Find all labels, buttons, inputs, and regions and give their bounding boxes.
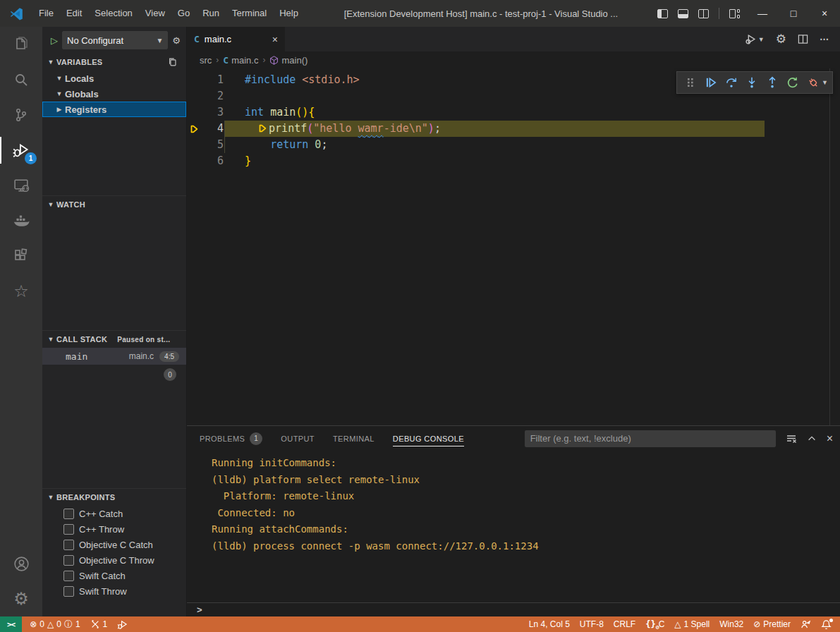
menu-run[interactable]: Run — [196, 0, 226, 27]
variables-header[interactable]: ▼ VARIABLES — [42, 54, 186, 71]
breakpoints-header[interactable]: ▼ BREAKPOINTS — [42, 489, 186, 506]
code-line-6[interactable]: 6} — [187, 153, 840, 169]
status-bar: >< ⊗ 0 △ 0 ⓘ 1 1 Ln 4, Col 5 UTF-8 CRLF … — [0, 616, 840, 632]
warning-icon: △ — [674, 620, 681, 628]
tab-main-c[interactable]: C main.c × — [187, 27, 286, 51]
toolbar-drag-handle[interactable] — [681, 73, 699, 92]
editor-scrollbar[interactable] — [829, 68, 830, 425]
code-editor[interactable]: ▼ 1#include <stdio.h>23int main(){4 prin… — [187, 68, 840, 425]
feedback-status[interactable] — [796, 616, 816, 632]
menu-file[interactable]: File — [32, 0, 60, 27]
breakpoint-row[interactable]: Objective C Catch — [42, 537, 186, 552]
menu-help[interactable]: Help — [273, 0, 305, 27]
settings-gear-icon[interactable]: ⚙ — [0, 581, 42, 616]
variables-scope-locals[interactable]: ▼Locals — [42, 71, 186, 86]
minimize-button[interactable]: — — [747, 0, 778, 27]
source-control-icon[interactable] — [0, 97, 42, 133]
panel-tab-output[interactable]: OUTPUT — [281, 426, 315, 451]
customize-layout-icon[interactable] — [729, 9, 740, 18]
menu-selection[interactable]: Selection — [88, 0, 138, 27]
remote-indicator[interactable]: >< — [0, 616, 22, 632]
breakpoint-checkbox[interactable] — [63, 509, 74, 519]
spell-checker-status[interactable]: △ 1 Spell — [669, 616, 714, 632]
breakpoint-checkbox[interactable] — [63, 524, 74, 535]
stack-frame-row[interactable]: main main.c 4:5 — [42, 348, 186, 365]
debug-console-input-row[interactable]: > — [187, 602, 840, 616]
debug-configuration-dropdown[interactable]: No Configurat ▼ — [62, 31, 168, 49]
breakpoint-row[interactable]: Objective C Throw — [42, 552, 186, 568]
more-actions-icon[interactable]: ⋯ — [820, 34, 830, 44]
encoding[interactable]: UTF-8 — [575, 616, 609, 632]
problems-status[interactable]: ⊗ 0 △ 0 ⓘ 1 — [25, 616, 85, 632]
breakpoint-row[interactable]: Swift Throw — [42, 583, 186, 599]
variables-scope-registers[interactable]: ▶Registers — [42, 102, 186, 117]
close-window-button[interactable]: × — [809, 0, 840, 27]
step-into-icon[interactable] — [743, 73, 760, 92]
step-over-icon[interactable] — [722, 73, 740, 92]
code-token — [264, 106, 270, 119]
debug-settings-gear-icon[interactable]: ⚙ — [172, 35, 181, 46]
chevron-down-icon[interactable]: ▼ — [822, 79, 828, 86]
step-out-icon[interactable] — [763, 73, 781, 92]
panel-tab-debug-console[interactable]: DEBUG CONSOLE — [393, 426, 464, 451]
language-mode[interactable]: {}⊘ C — [640, 616, 669, 632]
tools-status[interactable]: 1 — [85, 616, 113, 632]
accounts-icon[interactable] — [0, 546, 42, 581]
breakpoint-row[interactable]: C++ Throw — [42, 521, 186, 537]
code-line-4[interactable]: 4 printf("hello wamr-ide\n"); — [187, 121, 840, 137]
extensions-icon[interactable] — [0, 238, 42, 274]
filter-input[interactable] — [525, 433, 776, 444]
star-extension-icon[interactable]: ☆ — [0, 274, 42, 309]
maximize-button[interactable]: □ — [778, 0, 809, 27]
start-debugging-icon[interactable]: ▷ — [51, 35, 58, 46]
editor-settings-gear-icon[interactable]: ⚙ — [776, 32, 786, 47]
docker-icon[interactable] — [0, 203, 42, 238]
code-token — [245, 138, 270, 151]
close-tab-icon[interactable]: × — [272, 34, 278, 45]
breakpoint-row[interactable]: Swift Catch — [42, 568, 186, 583]
breadcrumb-src[interactable]: src — [200, 55, 212, 66]
breakpoint-checkbox[interactable] — [63, 555, 74, 566]
platform-status[interactable]: Win32 — [714, 616, 748, 632]
eol-sequence[interactable]: CRLF — [609, 616, 640, 632]
breadcrumb-file[interactable]: C main.c — [223, 55, 258, 66]
debug-target-status[interactable] — [112, 616, 133, 632]
console-filter[interactable] — [525, 430, 776, 447]
copy-value-icon[interactable] — [168, 57, 178, 67]
notifications-status[interactable] — [816, 616, 840, 632]
split-editor-icon[interactable] — [798, 34, 808, 44]
remote-explorer-icon[interactable] — [0, 168, 42, 203]
menu-edit[interactable]: Edit — [60, 0, 88, 27]
watch-header[interactable]: ▼ WATCH — [42, 196, 186, 213]
menu-terminal[interactable]: Terminal — [226, 0, 273, 27]
panel-tab-terminal[interactable]: TERMINAL — [333, 426, 375, 451]
disconnect-icon[interactable] — [804, 73, 822, 92]
breakpoint-checkbox[interactable] — [63, 571, 74, 581]
restart-icon[interactable] — [784, 73, 801, 92]
continue-icon[interactable] — [702, 73, 719, 92]
menu-view[interactable]: View — [139, 0, 171, 27]
panel-tab-problems[interactable]: PROBLEMS1 — [200, 426, 262, 451]
run-or-debug-button[interactable]: ▼ — [745, 33, 765, 45]
toggle-secondary-sidebar-icon[interactable] — [698, 9, 709, 18]
cursor-position[interactable]: Ln 4, Col 5 — [524, 616, 575, 632]
prettier-status[interactable]: ⊘ Prettier — [748, 616, 796, 632]
code-line-5[interactable]: 5 return 0; — [187, 137, 840, 153]
breakpoint-checkbox[interactable] — [63, 586, 74, 597]
line-number: 1 — [202, 72, 224, 88]
breakpoint-row[interactable]: C++ Catch — [42, 506, 186, 521]
toggle-sidebar-icon[interactable] — [657, 9, 668, 18]
code-line-3[interactable]: 3int main(){ — [187, 104, 840, 121]
explorer-icon[interactable] — [0, 27, 42, 62]
breadcrumb-symbol[interactable]: main() — [269, 55, 308, 66]
maximize-panel-icon[interactable] — [807, 434, 817, 444]
search-icon[interactable] — [0, 62, 42, 97]
menu-go[interactable]: Go — [171, 0, 196, 27]
variables-scope-globals[interactable]: ▼Globals — [42, 86, 186, 102]
close-panel-icon[interactable]: × — [827, 432, 833, 445]
run-and-debug-icon[interactable]: 1 — [0, 133, 42, 168]
call-stack-header[interactable]: ▼ CALL STACK Paused on st... — [42, 331, 186, 348]
breakpoint-checkbox[interactable] — [63, 540, 74, 550]
toggle-panel-icon[interactable] — [678, 9, 688, 18]
clear-console-icon[interactable] — [786, 433, 797, 444]
